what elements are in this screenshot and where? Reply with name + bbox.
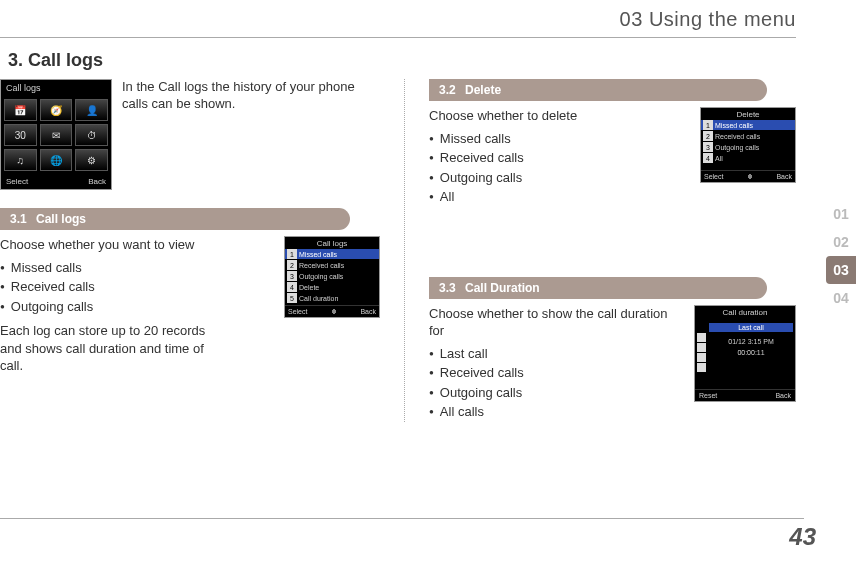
subsection-heading-3-3: 3.3 Call Duration	[429, 277, 767, 299]
tab-02[interactable]: 02	[826, 228, 856, 256]
intro-text: In the Call logs the history of your pho…	[122, 79, 380, 190]
tab-04[interactable]: 04	[826, 284, 856, 312]
screenshot-call-logs-list: Call logs 1Missed calls 2Received calls …	[284, 236, 380, 318]
softkey-left: Reset	[699, 392, 717, 399]
phone-title: Call logs	[1, 80, 111, 96]
footer-divider	[0, 518, 804, 519]
calendar-icon: 📅	[4, 99, 37, 121]
column-right: 3.2 Delete Choose whether to delete Miss…	[404, 79, 796, 422]
column-left: Call logs 📅 🧭 👤 30 ✉ ⏱ ♫ 🌐 ⚙ Select Back	[0, 79, 380, 422]
screenshot-call-logs-grid: Call logs 📅 🧭 👤 30 ✉ ⏱ ♫ 🌐 ⚙ Select Back	[0, 79, 112, 190]
subsection-number: 3.1	[10, 212, 27, 226]
list-item: All calls	[429, 402, 796, 422]
phone-title: Call logs	[285, 237, 379, 249]
softkey-left: Select	[288, 308, 307, 315]
softkey-right: Back	[360, 308, 376, 315]
subsection-label: Delete	[465, 83, 501, 97]
tab-03[interactable]: 03	[826, 256, 856, 284]
list-item: All	[429, 187, 796, 207]
subsection-lead: Choose whether to delete	[429, 107, 639, 125]
softkey-left: Select	[704, 173, 723, 180]
duration-time: 00:00:11	[709, 349, 793, 356]
subsection-heading-3-1: 3.1 Call logs	[0, 208, 350, 230]
subsection-number: 3.3	[439, 281, 456, 295]
screenshot-delete-list: Delete 1Missed calls 2Received calls 3Ou…	[700, 107, 796, 183]
softkey-right: Back	[776, 173, 792, 180]
subsection-number: 3.2	[439, 83, 456, 97]
subsection-heading-3-2: 3.2 Delete	[429, 79, 767, 101]
tab-01[interactable]: 01	[826, 200, 856, 228]
mail-icon: ✉	[40, 124, 73, 146]
contact-icon: 👤	[75, 99, 108, 121]
softkey-center-icon	[327, 308, 341, 315]
header-divider	[0, 37, 796, 38]
phone-title: Call duration	[695, 306, 795, 319]
compass-icon: 🧭	[40, 99, 73, 121]
gear-icon: ⚙	[75, 149, 108, 171]
softkey-center-icon	[743, 173, 757, 180]
side-tabs: 01 02 03 04	[826, 200, 856, 312]
softkey-right: Back	[88, 177, 106, 186]
subsection-after: Each log can store up to 20 records and …	[0, 322, 220, 375]
softkey-right: Back	[775, 392, 791, 399]
date-icon: 30	[4, 124, 37, 146]
subsection-lead: Choose whether you want to view	[0, 236, 230, 254]
globe-icon: 🌐	[40, 149, 73, 171]
clock-icon: ⏱	[75, 124, 108, 146]
subsection-lead: Choose whether to show the call duration…	[429, 305, 669, 340]
screenshot-call-duration: Call duration Last call 01/12 3:15 PM 00…	[694, 305, 796, 402]
subsection-label: Call logs	[36, 212, 86, 226]
highlight-row: Last call	[709, 323, 793, 332]
softkey-left: Select	[6, 177, 28, 186]
duration-date: 01/12 3:15 PM	[709, 338, 793, 345]
subsection-label: Call Duration	[465, 281, 540, 295]
phone-title: Delete	[701, 108, 795, 120]
page-number: 43	[789, 523, 816, 551]
page-header: 03 Using the menu	[0, 0, 856, 37]
section-title: 3. Call logs	[8, 50, 856, 71]
music-icon: ♫	[4, 149, 37, 171]
